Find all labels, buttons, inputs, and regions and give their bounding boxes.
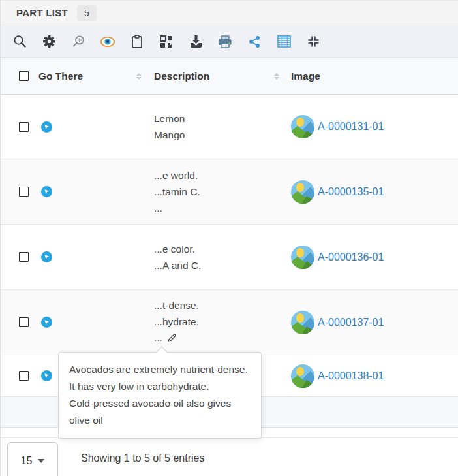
- table-row: ...e world. ...tamin C. ... A-0000135-01: [1, 159, 458, 225]
- page-size-value: 15: [21, 455, 33, 467]
- qr-code-icon[interactable]: [157, 33, 176, 51]
- row-checkbox[interactable]: [19, 317, 29, 327]
- toolbar: [1, 25, 458, 58]
- image-link[interactable]: A-0000137-01: [318, 317, 384, 328]
- description-cell: ...e world. ...tamin C. ...: [154, 167, 200, 216]
- zoom-in-icon[interactable]: [69, 33, 87, 51]
- image-thumbnail-icon[interactable]: [291, 246, 314, 269]
- pagination-footer: 15 Showing 1 to 5 of 5 entries: [1, 438, 458, 475]
- description-cell: Lemon Mango: [154, 110, 185, 143]
- row-checkbox[interactable]: [19, 252, 29, 262]
- print-icon[interactable]: [216, 33, 234, 51]
- image-thumbnail-icon[interactable]: [291, 364, 314, 388]
- column-header-go-there[interactable]: Go There: [38, 71, 83, 82]
- part-list-panel: PART LIST 5: [0, 0, 458, 476]
- compress-icon[interactable]: [304, 33, 322, 51]
- sort-icon[interactable]: [274, 73, 279, 80]
- search-icon[interactable]: [10, 33, 29, 51]
- sort-icon[interactable]: [136, 73, 142, 80]
- download-icon[interactable]: [187, 33, 205, 51]
- page-title: PART LIST: [16, 7, 68, 18]
- entries-status-text: Showing 1 to 5 of 5 entries: [81, 452, 204, 464]
- table-header-row: Go There Description Image: [1, 58, 458, 95]
- image-link[interactable]: A-0000135-01: [318, 186, 384, 198]
- image-thumbnail-icon[interactable]: [291, 311, 314, 334]
- go-there-icon[interactable]: [41, 317, 52, 328]
- eye-visibility-icon[interactable]: [99, 33, 117, 51]
- row-checkbox[interactable]: [19, 187, 29, 197]
- column-header-image: Image: [291, 71, 320, 82]
- select-all-checkbox[interactable]: [19, 71, 29, 81]
- count-badge: 5: [77, 5, 97, 21]
- description-cell: ...t-dense. ...hydrate. ...: [154, 297, 199, 347]
- panel-header: PART LIST 5: [1, 1, 458, 25]
- column-header-description[interactable]: Description: [154, 71, 209, 82]
- page-size-dropdown[interactable]: 15: [7, 442, 58, 476]
- share-icon[interactable]: [245, 33, 264, 51]
- row-checkbox[interactable]: [19, 371, 29, 381]
- go-there-icon[interactable]: [41, 121, 52, 133]
- table-row: ...t-dense. ...hydrate. ... A-0000137-01: [1, 290, 458, 355]
- chevron-down-icon: [38, 459, 44, 463]
- gear-icon[interactable]: [40, 33, 58, 51]
- table-view-icon[interactable]: [275, 33, 293, 51]
- edit-pencil-icon[interactable]: [167, 331, 177, 347]
- image-thumbnail-icon[interactable]: [291, 115, 314, 138]
- row-checkbox[interactable]: [19, 122, 29, 132]
- go-there-icon[interactable]: [41, 251, 52, 262]
- table-row: Lemon Mango A-0000131-01: [1, 95, 458, 159]
- image-link[interactable]: A-0000131-01: [318, 121, 384, 133]
- description-cell: ...e color. ...A and C.: [154, 241, 201, 274]
- table-row: ...e color. ...A and C. A-0000136-01: [1, 225, 458, 290]
- image-thumbnail-icon[interactable]: [291, 180, 314, 204]
- go-there-icon[interactable]: [41, 186, 52, 197]
- image-link[interactable]: A-0000138-01: [318, 370, 384, 382]
- clipboard-icon[interactable]: [128, 33, 146, 51]
- go-there-icon[interactable]: [41, 370, 52, 381]
- description-tooltip: Avocados are extremely nutrient-dense. I…: [58, 352, 262, 439]
- image-link[interactable]: A-0000136-01: [318, 251, 384, 263]
